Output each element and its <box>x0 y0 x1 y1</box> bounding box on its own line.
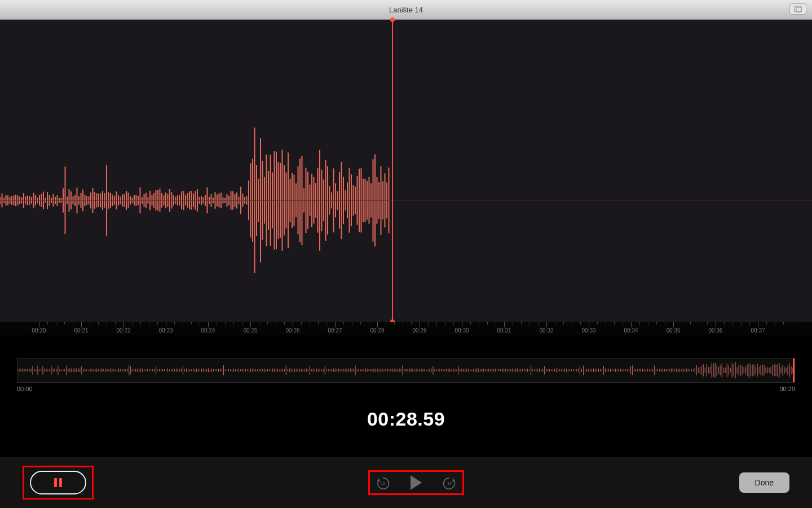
ruler-label: 00:37 <box>751 327 765 334</box>
ruler-label: 00:25 <box>243 327 257 334</box>
waveform-main[interactable] <box>0 20 812 322</box>
skip-back-button[interactable]: 15 <box>376 475 390 490</box>
playhead[interactable] <box>392 20 393 322</box>
ruler-label: 00:28 <box>370 327 384 334</box>
ruler-label: 00:34 <box>624 327 638 334</box>
ruler-label: 00:35 <box>666 327 680 334</box>
window-title: Lanište 14 <box>389 6 423 14</box>
bottom-toolbar: 15 15 Done <box>0 457 812 508</box>
overview-end-label: 00:29 <box>779 386 795 392</box>
svg-text:15: 15 <box>381 481 386 485</box>
crop-icon <box>794 6 802 12</box>
ruler-label: 00:27 <box>328 327 342 334</box>
svg-text:15: 15 <box>448 481 452 485</box>
skip-forward-button[interactable]: 15 <box>442 475 457 490</box>
done-button[interactable]: Done <box>739 472 789 493</box>
waveform-graphic <box>0 20 812 322</box>
pause-button[interactable] <box>30 471 86 494</box>
overview-playhead[interactable] <box>793 358 795 382</box>
ruler-label: 00:31 <box>497 327 511 334</box>
ruler-label: 00:32 <box>539 327 553 334</box>
play-button[interactable] <box>411 475 422 490</box>
overview-waveform[interactable] <box>17 358 795 383</box>
ruler-label: 00:36 <box>708 327 722 334</box>
ruler-label: 00:33 <box>581 327 595 334</box>
trim-button[interactable] <box>789 3 806 15</box>
ruler-label: 00:30 <box>454 327 469 334</box>
pause-icon <box>54 478 62 487</box>
overview-labels: 00:00 00:29 <box>17 386 795 392</box>
svg-rect-1 <box>796 7 801 12</box>
titlebar: Lanište 14 <box>0 0 812 20</box>
time-ruler[interactable]: 00:2000:2100:2200:2300:2400:2500:2600:27… <box>0 322 812 335</box>
ruler-label: 00:22 <box>116 327 130 334</box>
timecode-readout: 00:28.59 <box>0 408 812 430</box>
ruler-label: 00:21 <box>74 327 88 334</box>
overview-start-label: 00:00 <box>17 386 33 392</box>
pause-highlight <box>23 466 94 500</box>
ruler-label: 00:23 <box>158 327 173 334</box>
playback-highlight: 15 15 <box>368 470 464 495</box>
ruler-label: 00:20 <box>32 327 46 334</box>
ruler-label: 00:26 <box>285 327 299 334</box>
overview-graphic <box>17 358 795 382</box>
ruler-label: 00:24 <box>201 327 215 334</box>
ruler-label: 00:29 <box>412 327 426 334</box>
